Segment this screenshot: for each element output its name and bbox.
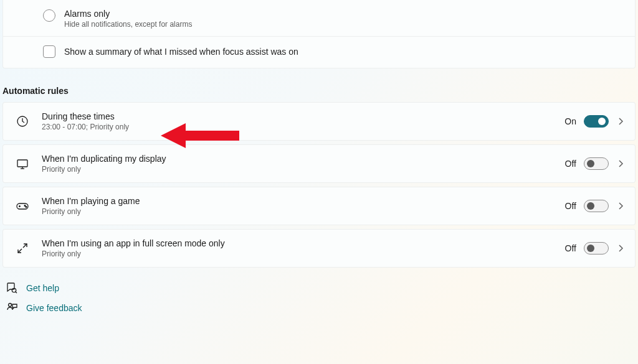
show-summary-label: Show a summary of what I missed when foc… <box>64 47 298 57</box>
clock-icon <box>16 114 29 128</box>
rule-controls: Off <box>565 242 625 254</box>
toggle-state-label: Off <box>565 159 576 169</box>
rule-controls: Off <box>565 200 625 212</box>
alarms-only-subtitle: Hide all notifications, except for alarm… <box>64 20 192 29</box>
rule-full-screen-app[interactable]: When I'm using an app in full screen mod… <box>2 229 636 268</box>
toggle-switch[interactable] <box>584 200 609 212</box>
rule-during-these-times[interactable]: During these times 23:00 - 07:00; Priori… <box>2 102 636 141</box>
rule-title: When I'm duplicating my display <box>42 154 553 164</box>
rule-title: When I'm playing a game <box>42 196 553 206</box>
chevron-right-icon[interactable] <box>616 202 625 210</box>
alarms-only-option[interactable]: Alarms only Hide all notifications, exce… <box>3 0 635 32</box>
toggle-switch[interactable] <box>584 157 609 170</box>
get-help-label: Get help <box>26 283 59 293</box>
focus-assist-options-card: Alarms only Hide all notifications, exce… <box>2 0 636 68</box>
monitor-icon <box>16 157 29 170</box>
automatic-rules-heading: Automatic rules <box>0 68 638 102</box>
rule-controls: On <box>564 115 625 128</box>
fullscreen-arrow-icon <box>16 241 29 255</box>
rule-subtitle: Priority only <box>42 207 553 216</box>
toggle-state-label: On <box>564 116 576 126</box>
svg-point-3 <box>24 205 26 207</box>
rule-playing-game[interactable]: When I'm playing a game Priority only Of… <box>2 187 636 225</box>
help-icon <box>6 282 17 294</box>
rule-subtitle: 23:00 - 07:00; Priority only <box>42 123 552 131</box>
rule-texts: During these times 23:00 - 07:00; Priori… <box>42 111 552 131</box>
feedback-icon <box>6 302 17 314</box>
rule-texts: When I'm using an app in full screen mod… <box>42 238 553 258</box>
chevron-right-icon[interactable] <box>616 117 625 126</box>
give-feedback-link[interactable]: Give feedback <box>6 302 638 314</box>
show-summary-option[interactable]: Show a summary of what I missed when foc… <box>3 37 635 68</box>
rule-subtitle: Priority only <box>42 165 553 174</box>
toggle-state-label: Off <box>565 201 576 211</box>
checkbox-icon[interactable] <box>43 45 55 58</box>
footer-links: Get help Give feedback <box>0 271 638 314</box>
rule-texts: When I'm duplicating my display Priority… <box>42 154 553 174</box>
toggle-switch[interactable] <box>584 242 609 254</box>
rule-title: During these times <box>42 111 552 121</box>
give-feedback-label: Give feedback <box>26 303 82 313</box>
alarms-only-title: Alarms only <box>64 9 192 19</box>
rule-texts: When I'm playing a game Priority only <box>42 196 553 216</box>
svg-point-6 <box>9 304 12 307</box>
rule-duplicating-display[interactable]: When I'm duplicating my display Priority… <box>2 144 636 183</box>
chevron-right-icon[interactable] <box>616 244 625 253</box>
svg-rect-1 <box>17 160 27 167</box>
rule-controls: Off <box>565 157 625 170</box>
rule-title: When I'm using an app in full screen mod… <box>42 238 553 248</box>
rule-subtitle: Priority only <box>42 250 553 258</box>
toggle-switch[interactable] <box>584 115 609 128</box>
gamepad-icon <box>16 199 29 213</box>
get-help-link[interactable]: Get help <box>6 282 638 294</box>
radio-icon[interactable] <box>43 9 55 22</box>
alarms-only-texts: Alarms only Hide all notifications, exce… <box>64 9 192 29</box>
chevron-right-icon[interactable] <box>616 159 625 168</box>
svg-point-4 <box>26 207 27 208</box>
toggle-state-label: Off <box>565 243 576 253</box>
